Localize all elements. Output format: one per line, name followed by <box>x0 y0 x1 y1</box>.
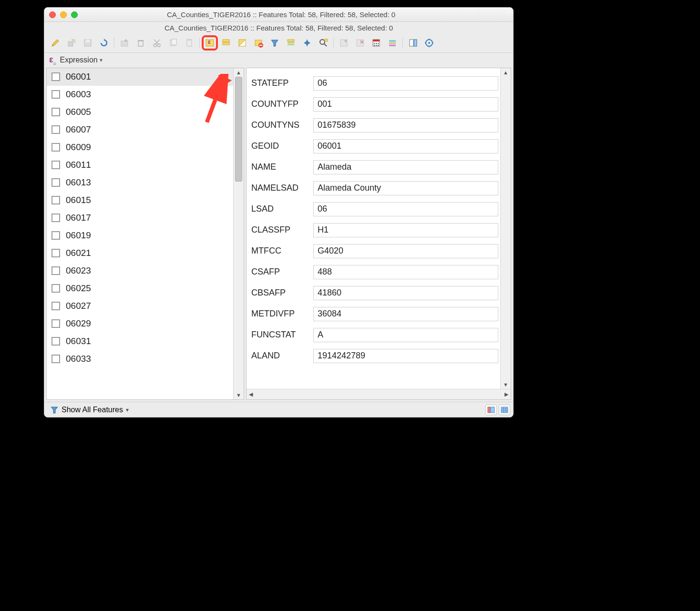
feature-checkbox[interactable] <box>51 90 60 99</box>
feature-checkbox[interactable] <box>51 302 60 310</box>
list-item[interactable]: 06033 <box>47 350 233 368</box>
list-item[interactable]: 06027 <box>47 297 233 315</box>
scrollbar-thumb[interactable] <box>235 77 242 182</box>
svg-marker-32 <box>304 39 310 47</box>
toggle-editing-button[interactable] <box>48 36 62 50</box>
feature-list[interactable]: 0600106003060050600706009060110601306015… <box>47 68 233 399</box>
copy-button[interactable] <box>166 36 180 50</box>
attribute-value-input[interactable]: Alameda <box>313 160 498 174</box>
move-selection-top-button[interactable] <box>284 36 298 50</box>
list-item[interactable]: 06007 <box>47 121 233 139</box>
form-scrollbar[interactable]: ▲ ▼ <box>500 68 511 389</box>
svg-rect-51 <box>389 42 396 44</box>
attribute-value-input[interactable]: H1 <box>313 223 498 237</box>
feature-checkbox[interactable] <box>51 125 60 134</box>
zoom-to-selected-button[interactable] <box>316 36 330 50</box>
list-item[interactable]: 06013 <box>47 174 233 192</box>
form-view-button[interactable] <box>485 405 497 415</box>
feature-checkbox[interactable] <box>51 231 60 240</box>
attribute-label: NAMELSAD <box>251 183 313 193</box>
list-item[interactable]: 06023 <box>47 262 233 280</box>
svg-rect-9 <box>138 41 143 46</box>
feature-checkbox[interactable] <box>51 355 60 363</box>
feature-id-label: 06021 <box>66 248 91 258</box>
pan-to-selected-button[interactable] <box>300 36 314 50</box>
list-item[interactable]: 06029 <box>47 315 233 333</box>
list-item[interactable]: 06031 <box>47 333 233 350</box>
attribute-label: CSAFP <box>251 267 313 277</box>
funnel-icon <box>50 406 59 414</box>
delete-field-button[interactable] <box>353 36 367 50</box>
list-item[interactable]: 06021 <box>47 244 233 262</box>
attribute-value-input[interactable]: 01675839 <box>313 118 498 132</box>
attribute-value-input[interactable]: 41860 <box>313 286 498 300</box>
feature-id-label: 06027 <box>66 301 91 311</box>
feature-checkbox[interactable] <box>51 143 60 152</box>
feature-checkbox[interactable] <box>51 319 60 328</box>
paste-button[interactable] <box>182 36 196 50</box>
list-item[interactable]: 06015 <box>47 192 233 209</box>
list-item[interactable]: 06001 <box>47 68 233 86</box>
feature-checkbox[interactable] <box>51 214 60 222</box>
multi-edit-button[interactable] <box>64 36 79 50</box>
feature-checkbox[interactable] <box>51 161 60 169</box>
invert-selection-button[interactable] <box>235 36 249 50</box>
feature-list-scrollbar[interactable]: ▲ ▼ <box>233 68 244 399</box>
dock-button[interactable] <box>406 36 420 50</box>
attribute-row: METDIVFP36084 <box>251 304 500 325</box>
attribute-value-input[interactable]: 001 <box>313 97 498 112</box>
feature-checkbox[interactable] <box>51 72 60 81</box>
deselect-all-button[interactable] <box>251 36 266 50</box>
feature-checkbox[interactable] <box>51 249 60 257</box>
svg-rect-35 <box>325 39 328 41</box>
list-item[interactable]: 06005 <box>47 103 233 121</box>
feature-checkbox[interactable] <box>51 337 60 346</box>
attribute-label: CLASSFP <box>251 225 313 235</box>
field-calculator-button[interactable] <box>369 36 383 50</box>
list-item[interactable]: 06017 <box>47 209 233 227</box>
feature-checkbox[interactable] <box>51 178 60 187</box>
attribute-value-input[interactable]: 1914242789 <box>313 349 498 363</box>
feature-checkbox[interactable] <box>51 284 60 293</box>
attribute-value-input[interactable]: Alameda County <box>313 181 498 195</box>
select-by-expression-button[interactable]: ε <box>203 36 217 50</box>
attribute-value-input[interactable]: 488 <box>313 265 498 279</box>
save-edits-button[interactable] <box>81 36 95 50</box>
attribute-row: CLASSFPH1 <box>251 220 500 241</box>
list-item[interactable]: 06011 <box>47 156 233 174</box>
list-item[interactable]: 06025 <box>47 280 233 297</box>
reload-button[interactable] <box>97 36 111 50</box>
attribute-value-input[interactable]: G4020 <box>313 244 498 258</box>
svg-point-49 <box>378 45 379 46</box>
new-field-button[interactable] <box>337 36 351 50</box>
svg-rect-53 <box>410 40 413 46</box>
select-all-button[interactable] <box>219 36 233 50</box>
table-view-button[interactable] <box>499 405 510 415</box>
svg-rect-64 <box>501 407 508 413</box>
add-feature-button[interactable] <box>117 36 132 50</box>
attribute-value-input[interactable]: 06001 <box>313 139 498 153</box>
filter-selection-button[interactable] <box>268 36 282 50</box>
attribute-value-input[interactable]: 36084 <box>313 307 498 321</box>
expression-label: Expression <box>60 56 98 64</box>
feature-id-label: 06003 <box>66 89 91 100</box>
feature-checkbox[interactable] <box>51 108 60 116</box>
feature-checkbox[interactable] <box>51 196 60 204</box>
feature-id-label: 06007 <box>66 124 91 135</box>
delete-selected-button[interactable] <box>134 36 148 50</box>
svg-marker-28 <box>271 40 278 46</box>
feature-checkbox[interactable] <box>51 266 60 275</box>
actions-button[interactable] <box>422 36 436 50</box>
conditional-formatting-button[interactable] <box>385 36 400 50</box>
list-item[interactable]: 06003 <box>47 86 233 103</box>
attribute-value-input[interactable]: 06 <box>313 202 498 216</box>
list-item[interactable]: 06019 <box>47 227 233 244</box>
list-item[interactable]: 06009 <box>47 139 233 156</box>
attribute-value-input[interactable]: 06 <box>313 76 498 91</box>
attribute-value-input[interactable]: A <box>313 328 498 342</box>
form-hscrollbar[interactable]: ◀▶ <box>247 389 511 399</box>
show-all-features-button[interactable]: Show All Features ▾ <box>47 405 132 415</box>
svg-marker-0 <box>52 40 59 46</box>
cut-button[interactable] <box>150 36 164 50</box>
svg-rect-17 <box>187 40 192 46</box>
